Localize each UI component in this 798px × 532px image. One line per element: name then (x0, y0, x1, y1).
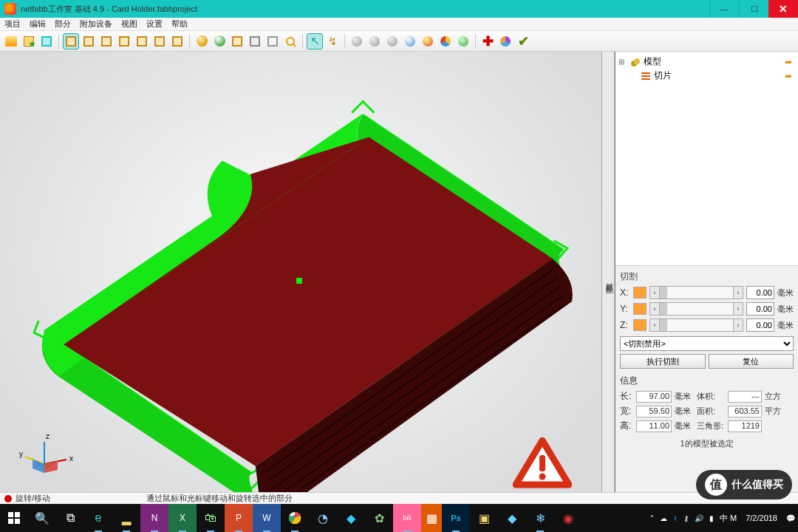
cut-y-dec[interactable]: ‹ (649, 302, 660, 316)
cut-z-slider[interactable] (660, 318, 733, 332)
cut-z-dec[interactable]: ‹ (649, 318, 660, 332)
tool-new-project-icon[interactable]: ★ (21, 33, 37, 50)
tool-check-icon[interactable]: ✔ (515, 33, 531, 50)
tray-onedrive-icon[interactable]: ☁ (657, 504, 670, 532)
task-word-icon[interactable]: W (253, 504, 281, 532)
task-search-icon[interactable]: 🔍 (28, 504, 56, 532)
cut-y-slider[interactable] (660, 302, 733, 316)
info-tris-value: 1219 (728, 420, 762, 432)
task-app-e-icon[interactable]: ▣ (470, 504, 498, 532)
task-app-a-icon[interactable]: ◔ (309, 504, 337, 532)
menu-part[interactable]: 部分 (50, 18, 75, 30)
task-explorer-icon[interactable]: ▂ (112, 504, 140, 532)
task-app-f-icon[interactable]: ◆ (498, 504, 526, 532)
cut-mode-select[interactable]: <切割禁用> (620, 336, 794, 351)
menu-help[interactable]: 帮助 (167, 18, 192, 30)
tray-bluetooth-icon[interactable]: ᚼ (670, 504, 681, 532)
tool-select-arrow-icon[interactable]: ↖ (307, 33, 323, 50)
window-minimize-button[interactable]: — (709, 0, 739, 18)
task-store-icon[interactable]: 🛍 (197, 504, 225, 532)
cut-y-value[interactable] (746, 302, 774, 316)
tool-view-front-icon[interactable] (116, 33, 132, 50)
cut-x-swatch[interactable] (633, 287, 647, 299)
tree-node-models[interactable]: ⊞ 模型 ➦ (615, 55, 798, 69)
tool-sphere-d-icon[interactable] (402, 33, 418, 50)
tool-view-default-icon[interactable] (63, 33, 79, 50)
info-width-label: 宽: (620, 405, 633, 417)
menu-settings[interactable]: 设置 (142, 18, 167, 30)
task-edge-icon[interactable]: e (84, 504, 112, 532)
cut-y-swatch[interactable] (633, 303, 647, 315)
tool-pie-icon[interactable] (437, 33, 454, 50)
cut-execute-button[interactable]: 执行切割 (620, 354, 706, 369)
task-app-d-icon[interactable]: ▦ (421, 504, 442, 532)
svg-point-11 (634, 58, 640, 64)
task-netfabb-icon[interactable]: ❄ (526, 504, 554, 532)
tray-battery-icon[interactable]: ▮ (706, 504, 717, 532)
tool-sphere-c-icon[interactable] (384, 33, 400, 50)
task-photoshop-icon[interactable]: Ps (442, 504, 470, 532)
start-button[interactable] (0, 504, 28, 532)
viewport-3d[interactable]: x y z (0, 52, 601, 504)
tool-view-back-icon[interactable] (134, 33, 150, 50)
tool-shade1-icon[interactable] (194, 33, 210, 50)
task-onenote-icon[interactable]: N (140, 504, 168, 532)
tool-view-right-icon[interactable] (169, 33, 185, 50)
cut-z-value[interactable] (746, 318, 774, 332)
tool-transparent-icon[interactable] (265, 33, 281, 50)
cut-x-inc[interactable]: › (733, 286, 743, 299)
task-app-g-icon[interactable]: ◉ (554, 504, 582, 532)
menu-view[interactable]: 视图 (117, 18, 142, 30)
info-volume-unit: 立方 (765, 391, 784, 402)
cut-z-swatch[interactable] (633, 319, 647, 331)
tool-repair-icon[interactable]: ✚ (480, 33, 496, 50)
tool-view-top-icon[interactable] (81, 33, 97, 50)
tool-sphere-f-icon[interactable] (455, 33, 471, 50)
tool-zoom-icon[interactable] (282, 33, 299, 50)
task-powerpoint-icon[interactable]: P (225, 504, 253, 532)
menu-device[interactable]: 附加设备 (75, 18, 117, 30)
warning-icon[interactable] (513, 437, 572, 489)
tool-save-icon[interactable] (38, 33, 55, 50)
tool-sphere-b-icon[interactable] (366, 33, 383, 50)
menu-edit[interactable]: 编辑 (25, 18, 50, 30)
tool-analyze-icon[interactable] (497, 33, 514, 50)
tool-move-icon[interactable]: ↯ (324, 33, 341, 50)
cut-reset-button[interactable]: 复位 (709, 354, 794, 369)
window-close-button[interactable]: ✕ (768, 0, 798, 18)
task-taskview-icon[interactable]: ⧉ (56, 504, 84, 532)
cut-x-value[interactable] (746, 286, 774, 299)
tool-view-bottom-icon[interactable] (98, 33, 115, 50)
cut-x-label: X: (620, 287, 630, 298)
cut-y-unit: 毫米 (777, 304, 794, 315)
cut-y-inc[interactable]: › (733, 302, 743, 316)
tool-open-icon[interactable] (3, 33, 19, 50)
task-bilibili-icon[interactable]: bili (393, 504, 421, 532)
cut-x-slider[interactable] (660, 286, 733, 299)
task-app-c-icon[interactable]: ✿ (365, 504, 393, 532)
tree-link-icon[interactable]: ➦ (785, 57, 795, 67)
tool-view-left-icon[interactable] (151, 33, 168, 50)
tray-network-icon[interactable]: ⚷ (681, 504, 692, 532)
tray-ime[interactable]: 中 M (717, 504, 740, 532)
tray-overflow-icon[interactable]: ˄ (647, 504, 657, 532)
tool-sphere-a-icon[interactable] (349, 33, 365, 50)
task-chrome-icon[interactable] (281, 504, 309, 532)
tray-clock[interactable]: 7/2/2018 (740, 514, 783, 522)
info-width-unit: 毫米 (675, 406, 694, 417)
tool-shade3-icon[interactable] (229, 33, 245, 50)
tray-notifications-icon[interactable]: 💬 (783, 504, 798, 532)
cut-z-inc[interactable]: › (733, 318, 743, 332)
tree-link-icon[interactable]: ➦ (785, 71, 795, 81)
task-app-b-icon[interactable]: ◆ (337, 504, 365, 532)
tray-volume-icon[interactable]: 🔊 (692, 504, 706, 532)
tool-shade4-icon[interactable] (247, 33, 263, 50)
menu-project[interactable]: 项目 (0, 18, 25, 30)
window-maximize-button[interactable]: ☐ (739, 0, 768, 18)
task-excel-icon[interactable]: X (168, 504, 197, 532)
cut-x-dec[interactable]: ‹ (649, 286, 660, 299)
tool-sphere-e-icon[interactable] (420, 33, 436, 50)
tool-shade2-icon[interactable] (211, 33, 228, 50)
panel-collapse-tab[interactable]: 对比匹配 (601, 52, 615, 504)
tree-node-slices[interactable]: 切片 ➦ (615, 69, 798, 83)
